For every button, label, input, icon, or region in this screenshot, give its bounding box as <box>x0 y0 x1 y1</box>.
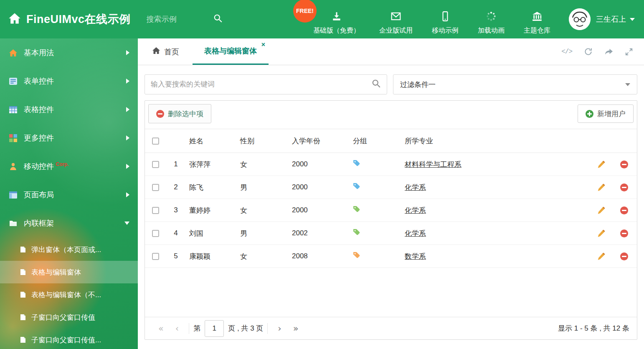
tab-tools: </> <box>561 38 644 65</box>
tag-icon[interactable] <box>353 183 360 190</box>
major-link[interactable]: 材料科学与工程系 <box>405 160 461 168</box>
row-checkbox[interactable] <box>152 230 159 237</box>
refresh-icon[interactable] <box>584 47 593 56</box>
plus-circle-icon <box>586 110 593 118</box>
major-link[interactable]: 化学系 <box>405 206 426 214</box>
divider <box>267 323 268 334</box>
delete-selected-button[interactable]: 删除选中项 <box>148 104 211 123</box>
corp-badge: Corp. <box>56 161 68 167</box>
edit-icon[interactable] <box>597 252 605 260</box>
filter-dropdown[interactable]: 过滤条件一 <box>393 74 637 94</box>
cell-gender: 男 <box>237 183 289 192</box>
keyword-search-input[interactable] <box>151 80 372 89</box>
home-icon <box>8 13 21 26</box>
divider <box>189 323 189 334</box>
tab-grid-edit-window[interactable]: 表格与编辑窗体 × <box>193 38 269 65</box>
table-icon <box>8 106 18 113</box>
brand[interactable]: FineUIMvc在线示例 <box>0 12 131 27</box>
tab-close-icon[interactable]: × <box>261 41 265 48</box>
tab-home[interactable]: 首页 <box>145 38 186 65</box>
sidebar-item-form-controls[interactable]: 表单控件 <box>0 67 138 95</box>
next-page-button[interactable]: › <box>272 324 287 334</box>
cell-year: 2002 <box>289 229 350 237</box>
page-suffix: 页 , 共 3 页 <box>228 324 263 333</box>
chevron-right-icon <box>126 107 129 112</box>
row-checkbox[interactable] <box>152 207 159 214</box>
sidebar-item-page-layout[interactable]: 页面布局 <box>0 181 138 209</box>
sidebar-item-more-controls[interactable]: 更多控件 <box>0 124 138 152</box>
edit-icon[interactable] <box>597 229 605 237</box>
app-title: FineUIMvc在线示例 <box>26 12 131 27</box>
column-header-major: 所学专业 <box>401 136 591 146</box>
sidebar-subitem-grid-edit-window-2[interactable]: 表格与编辑窗体（不... <box>0 283 138 306</box>
tag-icon[interactable] <box>353 229 360 236</box>
file-icon <box>20 291 26 298</box>
column-header-name: 姓名 <box>186 136 237 146</box>
envelope-icon <box>390 11 401 23</box>
sidebar-item-grid-controls[interactable]: 表格控件 <box>0 95 138 124</box>
nav-item-enterprise-trial[interactable]: 企业版试用 <box>379 11 413 35</box>
sidebar-subitem-child-to-parent[interactable]: 子窗口向父窗口传值 <box>0 306 138 329</box>
sidebar-subitem-grid-edit-window[interactable]: 表格与编辑窗体 <box>0 261 138 283</box>
home-icon <box>8 49 18 57</box>
tag-icon[interactable] <box>353 160 360 167</box>
user-name: 三生石上 <box>596 14 626 24</box>
view-source-icon[interactable]: </> <box>561 48 572 56</box>
home-icon <box>152 47 160 56</box>
header-search-input[interactable] <box>147 15 213 24</box>
delete-icon[interactable] <box>620 160 628 168</box>
prev-page-button[interactable]: ‹ <box>170 324 185 334</box>
filter-row: 过滤条件一 <box>138 65 644 94</box>
nav-item-loading-animation[interactable]: 加载动画 <box>478 11 505 35</box>
sidebar-item-mobile-controls[interactable]: 移动控件Corp. <box>0 152 138 181</box>
file-icon <box>20 269 26 275</box>
delete-icon[interactable] <box>620 229 628 237</box>
nav-item-basic-free[interactable]: FREE! 基础版（免费） <box>313 11 360 35</box>
tag-icon[interactable] <box>353 206 360 213</box>
sidebar-subitem-child-to-parent-2[interactable]: 子窗口向父窗口传值... <box>0 329 138 349</box>
row-checkbox[interactable] <box>152 253 159 260</box>
cell-gender: 男 <box>237 229 289 238</box>
blocks-icon <box>8 134 18 142</box>
grid-toolbar: 删除选中项 新增用户 <box>145 101 637 129</box>
nav-item-mobile-demo[interactable]: 移动示例 <box>432 11 459 35</box>
person-icon <box>8 163 18 171</box>
edit-icon[interactable] <box>597 183 605 191</box>
delete-icon[interactable] <box>620 206 628 214</box>
header-search[interactable] <box>147 14 234 25</box>
select-all-checkbox[interactable] <box>152 138 159 145</box>
layout-icon <box>8 191 18 199</box>
table-row: 3 董婷婷 女 2000 化学系 <box>145 199 637 222</box>
major-link[interactable]: 化学系 <box>405 229 426 237</box>
row-checkbox[interactable] <box>152 184 159 191</box>
grid-panel: 删除选中项 新增用户 姓名 性别 入学年份 分组 所学专业 1 张萍萍 女 20… <box>145 100 637 340</box>
avatar[interactable] <box>569 8 591 30</box>
table-row: 4 刘国 男 2002 化学系 <box>145 222 637 245</box>
sidebar-item-iframe[interactable]: 内联框架 <box>0 209 138 237</box>
search-icon[interactable] <box>372 79 381 90</box>
expand-icon[interactable] <box>625 48 633 56</box>
user-menu[interactable]: 三生石上 <box>569 8 644 30</box>
search-icon[interactable] <box>213 14 223 25</box>
edit-icon[interactable] <box>597 160 605 168</box>
row-checkbox[interactable] <box>152 161 159 168</box>
edit-icon[interactable] <box>597 206 605 214</box>
delete-icon[interactable] <box>620 183 628 191</box>
keyword-search[interactable] <box>145 74 387 94</box>
last-page-button[interactable]: » <box>287 324 304 334</box>
first-page-button[interactable]: « <box>152 324 170 334</box>
cell-name: 刘国 <box>186 229 237 238</box>
column-header-group: 分组 <box>350 136 401 146</box>
tag-icon[interactable] <box>353 252 360 259</box>
major-link[interactable]: 数学系 <box>405 252 426 260</box>
share-icon[interactable] <box>604 47 613 56</box>
add-user-button[interactable]: 新增用户 <box>578 104 634 123</box>
nav-item-theme-repo[interactable]: 主题仓库 <box>524 11 550 35</box>
major-link[interactable]: 化学系 <box>405 183 426 191</box>
page-number-input[interactable] <box>205 320 224 337</box>
delete-icon[interactable] <box>620 252 628 260</box>
sidebar-subitem-popup-window[interactable]: 弹出窗体（本页面或... <box>0 238 138 261</box>
header-nav: FREE! 基础版（免费） 企业版试用 移动示例 加载动画 <box>313 3 550 35</box>
sidebar-item-basic-usage[interactable]: 基本用法 <box>0 38 138 67</box>
mobile-icon <box>440 11 451 23</box>
